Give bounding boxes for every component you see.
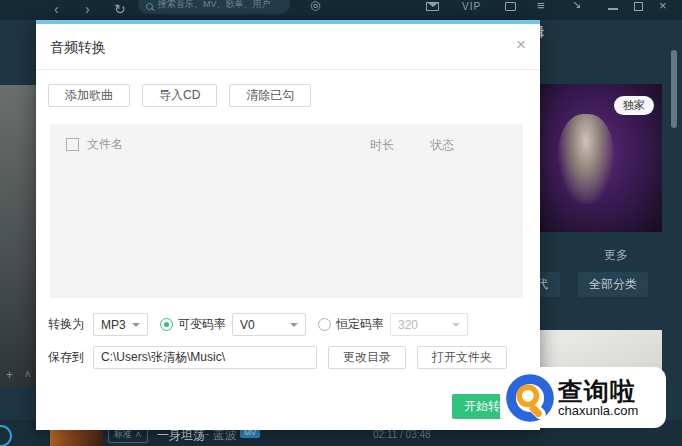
chaxunla-logo-icon: [504, 372, 556, 424]
save-to-label: 保存到: [48, 349, 84, 366]
collapse-icon[interactable]: ∧: [24, 368, 31, 379]
dialog-title: 音频转换: [50, 39, 106, 57]
more-link[interactable]: 更多: [604, 247, 628, 264]
playback-time: 02:11 / 03:48: [373, 429, 431, 440]
mini-mode-icon[interactable]: ↘: [572, 0, 581, 11]
app-window: ‹ › ↻ 搜索音乐、MV、歌单、用户 ◎ VIP ≡ ↘ × + ∧ 辑 独家…: [0, 0, 682, 446]
forward-icon[interactable]: ›: [85, 0, 90, 19]
column-duration: 时长: [370, 137, 394, 154]
file-list-header: 文件名: [66, 136, 123, 153]
skin-theme-icon[interactable]: [505, 2, 516, 11]
dialog-close-icon[interactable]: ×: [516, 36, 526, 53]
convert-to-label: 转换为: [48, 316, 84, 333]
vbr-value: V0: [240, 318, 255, 332]
cbr-radio[interactable]: [318, 318, 331, 331]
chevron-down-icon: [132, 323, 140, 327]
album-art-figure: [558, 114, 614, 204]
save-path-input[interactable]: [93, 346, 317, 369]
chevron-down-icon: [452, 323, 460, 327]
select-all-checkbox[interactable]: [66, 138, 79, 151]
add-icon[interactable]: +: [6, 368, 13, 382]
album-cover-exclusive[interactable]: 独家: [540, 84, 662, 232]
audio-convert-dialog: 音频转换 × 添加歌曲 导入CD 清除已勾 文件名 时长 状态 转换为 MP3 …: [36, 20, 540, 430]
search-input[interactable]: 搜索音乐、MV、歌单、用户: [138, 0, 290, 14]
convert-settings-row: 转换为 MP3 可变码率 V0 恒定码率 320: [48, 313, 540, 336]
search-placeholder: 搜索音乐、MV、歌单、用户: [158, 0, 271, 11]
open-folder-button[interactable]: 打开文件夹: [417, 346, 507, 369]
exclusive-badge: 独家: [614, 96, 654, 115]
chevron-up-icon: ∧: [135, 429, 143, 439]
dialog-toolbar: 添加歌曲 导入CD 清除已勾: [48, 84, 540, 107]
vip-button[interactable]: VIP: [462, 1, 481, 12]
scrollbar-thumb[interactable]: [671, 50, 677, 128]
watermark-name: 查询啦: [558, 378, 638, 404]
chevron-down-icon: [290, 323, 298, 327]
cbr-value: 320: [398, 318, 418, 332]
watermark-text: 查询啦 chaxunla.com: [558, 378, 638, 417]
format-select[interactable]: MP3: [93, 313, 148, 336]
player-control-circle[interactable]: [0, 425, 12, 446]
vbr-select[interactable]: V0: [232, 313, 306, 336]
change-directory-button[interactable]: 更改目录: [328, 346, 406, 369]
maximize-icon[interactable]: [634, 2, 643, 11]
minimize-icon[interactable]: [608, 8, 618, 10]
format-value: MP3: [101, 318, 126, 332]
mail-icon[interactable]: [426, 2, 439, 11]
window-close-icon[interactable]: ×: [659, 0, 667, 13]
title-bar: ‹ › ↻ 搜索音乐、MV、歌单、用户 ◎ VIP ≡ ↘ ×: [0, 0, 682, 20]
save-path-row: 保存到 更改目录 打开文件夹: [48, 346, 540, 369]
cbr-label: 恒定码率: [336, 316, 384, 333]
vbr-label: 可变码率: [178, 316, 226, 333]
vbr-radio[interactable]: [160, 318, 173, 331]
column-filename: 文件名: [87, 136, 123, 153]
watermark-domain: chaxunla.com: [558, 404, 638, 417]
quality-label: 标准: [114, 429, 132, 439]
column-status: 状态: [430, 137, 454, 154]
back-icon[interactable]: ‹: [54, 0, 59, 19]
tab-all-categories[interactable]: 全部分类: [578, 272, 648, 297]
import-cd-button[interactable]: 导入CD: [142, 84, 217, 107]
add-songs-button[interactable]: 添加歌曲: [48, 84, 130, 107]
menu-icon[interactable]: ≡: [537, 0, 545, 13]
clear-checked-button[interactable]: 清除已勾: [229, 84, 311, 107]
dialog-header: 音频转换 ×: [36, 24, 540, 70]
search-icon: [146, 3, 153, 10]
watermark-bubble: 查询啦 chaxunla.com: [500, 367, 666, 428]
refresh-icon[interactable]: ↻: [114, 0, 126, 19]
listen-recognize-icon[interactable]: ◎: [310, 0, 320, 12]
file-list-panel: 文件名 时长 状态: [50, 124, 523, 298]
cbr-select[interactable]: 320: [390, 313, 468, 336]
left-album-photo: [0, 85, 36, 387]
